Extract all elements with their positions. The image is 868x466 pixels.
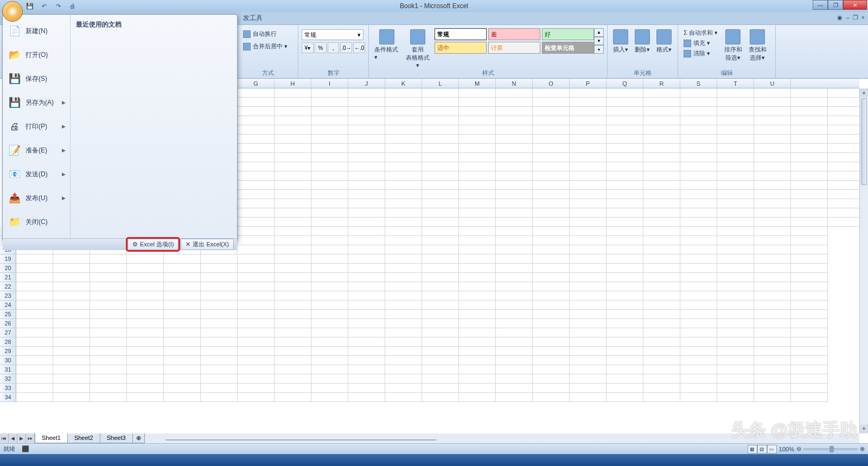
cell[interactable] (459, 135, 496, 144)
cell[interactable] (754, 190, 791, 199)
cell[interactable] (791, 88, 828, 98)
cell[interactable] (90, 264, 127, 273)
cell[interactable] (680, 236, 717, 245)
cell[interactable] (607, 273, 643, 282)
column-header[interactable]: R (643, 79, 680, 88)
cell[interactable] (459, 365, 496, 374)
cell[interactable] (496, 319, 533, 328)
column-header[interactable]: T (717, 79, 754, 88)
column-header[interactable]: K (385, 79, 422, 88)
cell[interactable] (717, 384, 754, 393)
cell[interactable] (643, 365, 680, 374)
cell[interactable] (385, 116, 422, 125)
column-header[interactable]: O (533, 79, 570, 88)
cell[interactable] (607, 135, 643, 144)
h-scrollbar-thumb[interactable] (165, 439, 437, 441)
cell[interactable] (275, 98, 311, 107)
cell[interactable] (754, 162, 791, 171)
cell[interactable] (385, 107, 422, 116)
cell[interactable] (311, 171, 348, 181)
zoom-level[interactable]: 100% (779, 446, 794, 452)
cell[interactable] (127, 356, 164, 365)
cell[interactable] (607, 208, 643, 218)
cell[interactable] (238, 88, 275, 98)
cell[interactable] (422, 384, 459, 393)
cell[interactable] (164, 301, 201, 310)
gallery-down[interactable]: ▼ (594, 37, 604, 46)
cell[interactable] (754, 181, 791, 190)
cell[interactable] (496, 264, 533, 273)
cell[interactable] (459, 245, 496, 254)
cell[interactable] (680, 125, 717, 135)
cell[interactable] (311, 135, 348, 144)
sort-filter-button[interactable]: 排序和 筛选▾ (722, 28, 744, 63)
cell[interactable] (828, 171, 859, 181)
office-button[interactable] (2, 1, 23, 22)
cell[interactable] (643, 319, 680, 328)
cell[interactable] (311, 356, 348, 365)
cell[interactable] (311, 144, 348, 153)
cell[interactable] (385, 208, 422, 218)
cell[interactable] (275, 236, 311, 245)
cell[interactable] (275, 319, 311, 328)
cell[interactable] (643, 135, 680, 144)
cell[interactable] (680, 337, 717, 347)
cell[interactable] (791, 144, 828, 153)
row-header[interactable]: 22 (0, 282, 16, 291)
sheet-first[interactable]: ⏮ (0, 433, 9, 443)
column-header[interactable]: Q (607, 79, 643, 88)
cell[interactable] (607, 107, 643, 116)
gallery-up[interactable]: ▲ (594, 28, 604, 37)
cell[interactable] (275, 199, 311, 208)
cell[interactable] (607, 125, 643, 135)
cell[interactable] (127, 254, 164, 264)
cell[interactable] (16, 365, 53, 374)
cell[interactable] (385, 199, 422, 208)
cell[interactable] (201, 393, 238, 402)
cell[interactable] (680, 393, 717, 402)
decrease-decimal-button[interactable]: ←.0 (353, 42, 365, 53)
cell-styles-gallery[interactable]: 常规 差 好 适中 计算 检查单元格 (435, 28, 594, 54)
row-header[interactable]: 32 (0, 374, 16, 384)
cell[interactable] (828, 199, 859, 208)
cell[interactable] (348, 144, 385, 153)
cell[interactable] (311, 162, 348, 171)
cell[interactable] (754, 301, 791, 310)
cell[interactable] (496, 171, 533, 181)
cell[interactable] (680, 282, 717, 291)
cell[interactable] (348, 347, 385, 356)
cell[interactable] (496, 88, 533, 98)
view-normal[interactable]: ▦ (748, 445, 757, 454)
cell[interactable] (164, 273, 201, 282)
cell[interactable] (16, 291, 53, 301)
cell[interactable] (348, 291, 385, 301)
cell[interactable] (238, 319, 275, 328)
cell[interactable] (275, 282, 311, 291)
cell[interactable] (791, 264, 828, 273)
cell[interactable] (570, 199, 607, 208)
cell[interactable] (717, 171, 754, 181)
cell[interactable] (607, 162, 643, 171)
cell[interactable] (422, 301, 459, 310)
cell[interactable] (385, 347, 422, 356)
cell[interactable] (16, 347, 53, 356)
cell[interactable] (275, 125, 311, 135)
cell[interactable] (607, 337, 643, 347)
qat-print[interactable]: 🖨 (67, 1, 77, 11)
cell[interactable] (201, 254, 238, 264)
cell[interactable] (348, 190, 385, 199)
cell[interactable] (348, 181, 385, 190)
cell[interactable] (16, 301, 53, 310)
cell[interactable] (53, 319, 90, 328)
office-menu-item[interactable]: 📄新建(N) (5, 19, 68, 43)
cell[interactable] (459, 236, 496, 245)
cell[interactable] (570, 153, 607, 162)
cell[interactable] (754, 337, 791, 347)
cell[interactable] (422, 356, 459, 365)
row-header[interactable]: 30 (0, 356, 16, 365)
help-icon[interactable]: ◉ (837, 14, 843, 21)
cell[interactable] (238, 107, 275, 116)
cell[interactable] (238, 393, 275, 402)
cell[interactable] (496, 310, 533, 319)
cell[interactable] (348, 328, 385, 337)
